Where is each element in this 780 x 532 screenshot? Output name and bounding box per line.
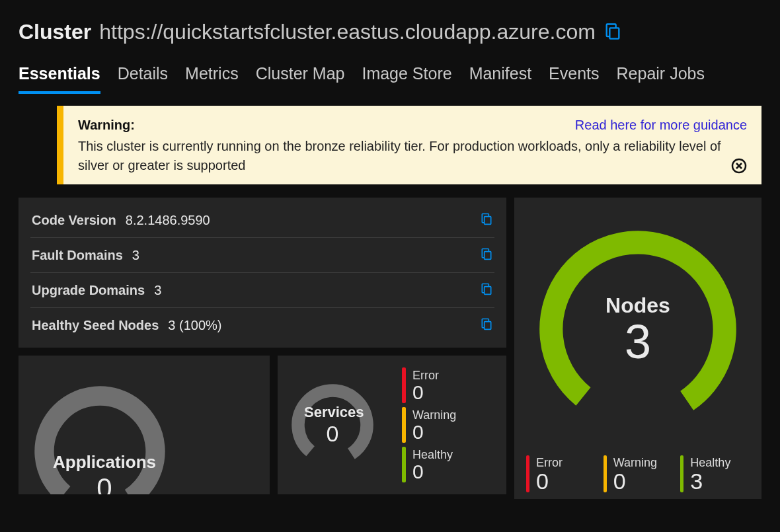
- info-value: 8.2.1486.9590: [126, 213, 210, 228]
- copy-url-icon[interactable]: [604, 22, 622, 43]
- nodes-label: Nodes: [605, 293, 670, 318]
- status-label: Error: [536, 456, 563, 470]
- status-item-healthy: Healthy 3: [680, 455, 750, 492]
- cluster-header: Cluster https://quickstartsfcluster.east…: [0, 0, 780, 51]
- status-label: Warning: [613, 456, 657, 470]
- info-row-healthy-seed-nodes: Healthy Seed Nodes 3 (100%): [30, 308, 494, 342]
- status-item-warning: Warning 0: [402, 407, 456, 443]
- status-label: Healthy: [412, 448, 453, 462]
- applications-label: Applications: [53, 452, 156, 473]
- tab-image-store[interactable]: Image Store: [362, 64, 451, 94]
- cluster-info-panel: Code Version 8.2.1486.9590 Fault Domains…: [19, 198, 506, 348]
- svg-rect-4: [485, 217, 491, 225]
- status-value: 3: [690, 470, 730, 492]
- copy-icon[interactable]: [480, 317, 493, 333]
- services-label: Services: [304, 404, 361, 421]
- svg-rect-0: [609, 28, 619, 38]
- status-item-warning: Warning 0: [604, 455, 673, 492]
- status-bar-warning-icon: [604, 455, 607, 492]
- status-bar-error-icon: [526, 455, 529, 492]
- services-count: 0: [304, 421, 361, 447]
- tab-metrics[interactable]: Metrics: [185, 64, 239, 94]
- svg-rect-6: [485, 287, 491, 295]
- nodes-status-row: Error 0 Warning 0 Healthy 3: [526, 449, 750, 492]
- close-icon[interactable]: [731, 158, 747, 176]
- cluster-url: https://quickstartsfcluster.eastus.cloud…: [99, 20, 596, 44]
- status-value: 0: [412, 383, 439, 402]
- tab-essentials[interactable]: Essentials: [19, 64, 100, 94]
- svg-rect-7: [485, 322, 491, 330]
- status-bar-warning-icon: [402, 407, 406, 443]
- info-row-upgrade-domains: Upgrade Domains 3: [30, 273, 494, 308]
- status-value: 0: [412, 422, 456, 442]
- status-bar-error-icon: [402, 367, 406, 403]
- status-value: 0: [613, 470, 657, 492]
- info-row-code-version: Code Version 8.2.1486.9590: [30, 203, 494, 238]
- main-grid: Code Version 8.2.1486.9590 Fault Domains…: [0, 184, 780, 499]
- status-item-error: Error 0: [526, 455, 596, 492]
- info-label: Healthy Seed Nodes: [32, 318, 159, 333]
- warning-guidance-link[interactable]: Read here for more guidance: [575, 118, 747, 133]
- warning-banner: Warning: Read here for more guidance Thi…: [57, 106, 761, 184]
- status-value: 0: [536, 470, 563, 492]
- info-row-fault-domains: Fault Domains 3: [30, 238, 494, 273]
- tab-repair-jobs[interactable]: Repair Jobs: [617, 64, 705, 94]
- tab-cluster-map[interactable]: Cluster Map: [256, 64, 345, 94]
- info-value: 3 (100%): [168, 318, 221, 333]
- tab-manifest[interactable]: Manifest: [469, 64, 531, 94]
- tab-events[interactable]: Events: [549, 64, 599, 94]
- tab-details[interactable]: Details: [118, 64, 168, 94]
- nodes-count: 3: [605, 318, 670, 365]
- status-bar-healthy-icon: [402, 447, 406, 482]
- warning-title: Warning:: [78, 118, 135, 132]
- services-status-list: Error 0 Warning 0 Heal: [402, 367, 456, 482]
- info-label: Code Version: [32, 213, 116, 228]
- status-label: Healthy: [690, 456, 730, 470]
- copy-icon[interactable]: [480, 247, 493, 263]
- tabs: Essentials Details Metrics Cluster Map I…: [0, 51, 780, 94]
- services-panel: Services 0 Error 0: [278, 356, 506, 494]
- copy-icon[interactable]: [480, 212, 493, 228]
- applications-count: 0: [53, 473, 156, 495]
- info-value: 3: [132, 248, 139, 263]
- status-item-healthy: Healthy 0: [402, 447, 456, 482]
- status-bar-healthy-icon: [680, 455, 683, 492]
- info-label: Upgrade Domains: [32, 283, 145, 298]
- status-label: Error: [412, 369, 439, 383]
- svg-rect-5: [485, 252, 491, 260]
- applications-panel: Applications 0: [19, 356, 270, 494]
- cluster-title: Cluster: [19, 20, 91, 44]
- info-value: 3: [154, 283, 161, 298]
- nodes-panel: Nodes 3 Error 0 Warning 0: [514, 198, 761, 499]
- warning-text: This cluster is currently running on the…: [78, 137, 746, 175]
- status-label: Warning: [412, 408, 456, 422]
- status-item-error: Error 0: [402, 367, 456, 403]
- info-label: Fault Domains: [32, 248, 123, 263]
- copy-icon[interactable]: [480, 282, 493, 298]
- status-value: 0: [412, 462, 453, 482]
